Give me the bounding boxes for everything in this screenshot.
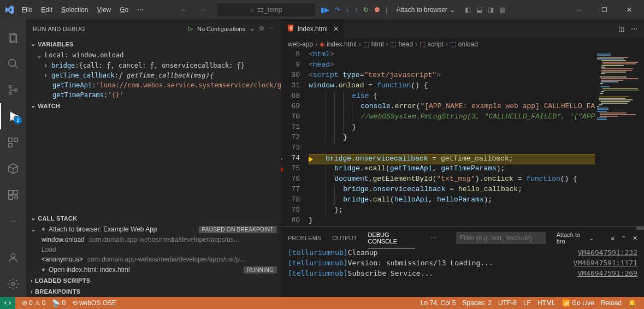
variable-row[interactable]: getTimeParams: '{}': [26, 90, 281, 100]
breadcrumb-item[interactable]: web-app: [288, 40, 313, 48]
clear-console-icon[interactable]: ≡: [611, 235, 615, 241]
window-close-icon[interactable]: ✕: [617, 0, 642, 19]
remote-icon[interactable]: [0, 297, 15, 309]
status-eol[interactable]: LF: [520, 299, 534, 307]
gear-icon[interactable]: ⚙: [259, 25, 264, 32]
panel-bottom-icon[interactable]: ⬓: [476, 6, 482, 14]
nav-forward-icon[interactable]: →: [199, 6, 206, 14]
breadcrumb-item[interactable]: script: [428, 40, 444, 48]
close-icon[interactable]: ✕: [333, 25, 339, 33]
activity-source-control-icon[interactable]: [0, 77, 26, 103]
status-encoding[interactable]: UTF-8: [495, 299, 520, 307]
activity-settings-icon[interactable]: [0, 271, 26, 297]
activity-explorer-icon[interactable]: [0, 25, 26, 51]
variable-scope[interactable]: ⌄Local: window.onload: [26, 50, 281, 61]
breadcrumb-item[interactable]: index.html: [327, 40, 357, 48]
panel-chevron-icon[interactable]: ⌃: [621, 235, 626, 242]
status-ports[interactable]: 📡0: [49, 299, 69, 307]
menu-edit[interactable]: Edit: [37, 3, 57, 17]
code-area[interactable]: 8 9 30 31 68 69 70 71 72 73 74 75 76 77: [281, 50, 644, 226]
attach-select[interactable]: Attach to browser ⌄: [392, 4, 459, 16]
debug-disconnect-icon[interactable]: ⚉: [374, 6, 380, 14]
menu-file[interactable]: File: [17, 3, 37, 17]
debug-config-select[interactable]: ▷ No Configurations ⌄: [188, 25, 255, 32]
status-spaces[interactable]: Spaces: 2: [459, 299, 495, 307]
callstack-frame[interactable]: <anonymous> com.domain.app-webos/media/d…: [26, 254, 281, 264]
activity-search-icon[interactable]: [0, 51, 26, 77]
status-language[interactable]: HTML: [534, 299, 559, 307]
callstack-header[interactable]: ⌄CALL STACK: [26, 212, 281, 224]
debug-pause-bar-icon[interactable]: ▮▶: [321, 6, 329, 14]
console-loc-link[interactable]: VM46947591:269: [577, 269, 637, 280]
search-icon: ⌕: [250, 6, 254, 14]
activity-blocks-icon[interactable]: [0, 182, 26, 208]
search-box[interactable]: ⌕ zz_temp: [217, 3, 315, 16]
breadcrumb-item[interactable]: html: [371, 40, 384, 48]
status-golive[interactable]: 📶Go Live: [559, 299, 598, 307]
debug-step-over-icon[interactable]: ↷: [335, 6, 340, 14]
menu-items: File Edit Selection View Go ⋯: [17, 3, 148, 17]
chevron-down-icon: ⌄: [450, 6, 455, 14]
filter-input[interactable]: [456, 232, 546, 244]
line-number: 74: [281, 154, 300, 164]
console-attach-select[interactable]: Attach to bro⌄: [557, 231, 594, 245]
debug-step-into-icon[interactable]: ↓: [346, 6, 349, 14]
console-loc-link[interactable]: VM46947591:232: [577, 248, 637, 259]
activity-account-icon[interactable]: [0, 245, 26, 271]
console-loc-link[interactable]: VM46947591:1171: [574, 259, 637, 269]
tab-index-html[interactable]: 5 index.html ✕: [281, 19, 345, 38]
variable-row[interactable]: ›getTime_callback: ƒ getTime_callback(ms…: [26, 70, 281, 80]
callstack-frame[interactable]: Load: [26, 245, 281, 254]
debug-step-out-icon[interactable]: ↑: [355, 6, 358, 14]
breadcrumb[interactable]: web-app› ◈index.html› ⬚html› ⬚head› ⬚scr…: [281, 38, 644, 50]
breadcrumb-item[interactable]: head: [398, 40, 413, 48]
debug-restart-icon[interactable]: ↻: [363, 6, 369, 14]
menu-more-icon[interactable]: ⋯: [133, 3, 148, 17]
panel-close-icon[interactable]: ✕: [633, 235, 637, 242]
minimap[interactable]: [595, 50, 644, 226]
tab-output[interactable]: OUTPUT: [332, 231, 357, 245]
status-debug-target[interactable]: ⟲webOS OSE: [69, 299, 120, 307]
callstack-frame[interactable]: window.onload com.domain.app-webos/media…: [26, 235, 281, 245]
watch-section: ⌄WATCH: [26, 100, 281, 212]
layout-icons: ◧ ⬓ ◨ ▦: [465, 6, 505, 14]
breadcrumb-item[interactable]: onload: [458, 40, 478, 48]
tab-debug-console[interactable]: DEBUG CONSOLE: [368, 228, 415, 248]
more-icon[interactable]: ⋯: [631, 25, 637, 33]
loaded-scripts-header[interactable]: ›LOADED SCRIPTS: [26, 275, 281, 286]
tab-problems[interactable]: PROBLEMS: [288, 231, 321, 245]
activity-extensions-icon[interactable]: [0, 129, 26, 156]
chevron-down-icon: ⌄: [250, 25, 255, 32]
panel-more-icon[interactable]: ⋯: [426, 231, 441, 245]
status-position[interactable]: Ln 74, Col 5: [417, 299, 459, 307]
status-reload[interactable]: Reload: [598, 299, 625, 307]
variables-header[interactable]: ⌄VARIABLES: [26, 38, 281, 50]
panel-right-icon[interactable]: ◨: [488, 6, 494, 14]
menu-go[interactable]: Go: [115, 3, 133, 17]
more-icon[interactable]: ⋯: [269, 25, 275, 32]
svg-rect-13: [14, 191, 17, 194]
line-number: 69: [281, 102, 300, 112]
window-minimize-icon[interactable]: ─: [566, 0, 592, 19]
status-errors[interactable]: ⊘0 ⚠0: [19, 299, 49, 307]
activity-more-icon[interactable]: ⋯: [0, 208, 26, 234]
split-editor-icon[interactable]: ◫: [618, 25, 624, 33]
callstack-target[interactable]: ⌄ ⌖ Attach to browser: Example Web App P…: [26, 224, 281, 235]
menu-view[interactable]: View: [92, 3, 115, 17]
nav-back-icon[interactable]: ←: [181, 6, 187, 14]
variable-row[interactable]: ›bridge: {call: ƒ, cancel: ƒ, onservicec…: [26, 61, 281, 70]
activity-debug-icon[interactable]: 2: [0, 103, 26, 129]
code-lines[interactable]: <html> <head> <script type="text/javascr…: [309, 50, 595, 226]
callstack-open[interactable]: ⌖ Open index.html: index.html RUNNING: [26, 264, 281, 275]
customize-layout-icon[interactable]: ▦: [499, 6, 505, 14]
activity-box-icon[interactable]: [0, 156, 26, 182]
console-output[interactable]: [telluriumnub] CleanupVM46947591:232 [te…: [281, 246, 644, 297]
window-maximize-icon[interactable]: ☐: [592, 0, 617, 19]
status-bell-icon[interactable]: 🔔: [625, 299, 640, 307]
breakpoints-header[interactable]: ›BREAKPOINTS: [26, 286, 281, 297]
menu-selection[interactable]: Selection: [57, 3, 92, 17]
panel-left-icon[interactable]: ◧: [465, 6, 471, 14]
watch-header[interactable]: ⌄WATCH: [26, 100, 281, 111]
variable-row[interactable]: getTimeApi: 'luna://com.webos.service.sy…: [26, 80, 281, 90]
breakpoint-dot-icon[interactable]: [281, 168, 283, 172]
